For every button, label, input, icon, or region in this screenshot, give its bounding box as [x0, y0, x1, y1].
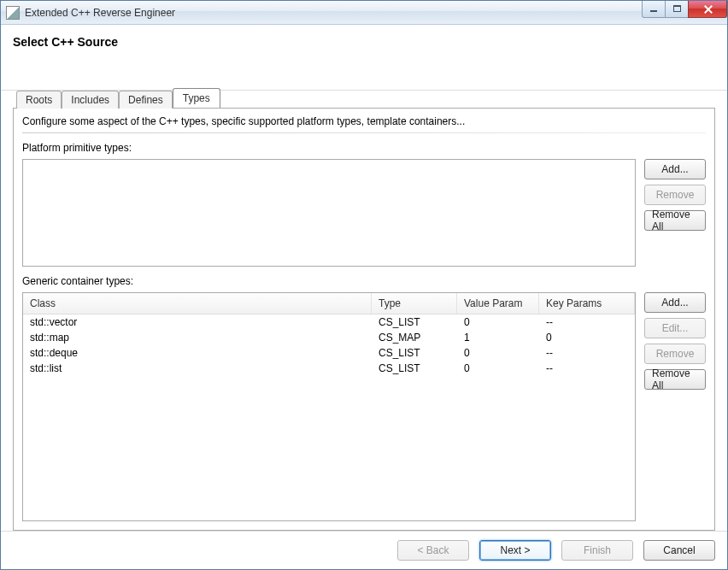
col-header-value-param[interactable]: Value Param	[457, 293, 539, 314]
panel-description: Configure some aspect of the C++ types, …	[22, 115, 706, 127]
dialog-window: Extended C++ Reverse Engineer Select C++…	[0, 0, 728, 570]
window-controls	[643, 1, 727, 18]
cell-key-params: --	[539, 361, 635, 376]
tab-defines[interactable]: Defines	[119, 91, 173, 109]
cell-value-param: 0	[457, 361, 539, 376]
container-types-table[interactable]: Class Type Value Param Key Params std::v…	[22, 292, 636, 521]
col-header-key-params[interactable]: Key Params	[539, 293, 635, 314]
primitive-add-button[interactable]: Add...	[644, 159, 706, 179]
finish-button: Finish	[561, 540, 633, 561]
table-body: std::vectorCS_LIST0--std::mapCS_MAP10std…	[23, 314, 635, 376]
primitive-types-label: Platform primitive types:	[22, 142, 706, 154]
col-header-type[interactable]: Type	[372, 293, 457, 314]
app-icon	[6, 6, 20, 20]
next-button[interactable]: Next >	[479, 540, 551, 561]
container-types-label: Generic container types:	[22, 275, 706, 287]
tab-types[interactable]: Types	[173, 88, 220, 108]
cell-value-param: 0	[457, 314, 539, 330]
primitive-types-buttons: Add... Remove Remove All	[644, 159, 706, 267]
primitive-types-row: Add... Remove Remove All	[22, 159, 706, 267]
cell-type: CS_LIST	[372, 361, 457, 376]
cell-class: std::deque	[23, 345, 372, 361]
primitive-types-listbox[interactable]	[22, 159, 636, 267]
cell-class: std::list	[23, 361, 372, 376]
window-title: Extended C++ Reverse Engineer	[25, 7, 643, 19]
cell-type: CS_LIST	[372, 314, 457, 330]
container-types-buttons: Add... Edit... Remove Remove All	[644, 292, 706, 521]
maximize-button[interactable]	[665, 1, 689, 18]
cell-key-params: 0	[539, 330, 635, 345]
tab-roots[interactable]: Roots	[16, 91, 62, 109]
table-row[interactable]: std::dequeCS_LIST0--	[23, 345, 635, 361]
cell-type: CS_LIST	[372, 345, 457, 361]
close-button[interactable]	[688, 1, 727, 18]
container-edit-button: Edit...	[644, 318, 706, 338]
page-title: Select C++ Source	[13, 35, 715, 49]
container-add-button[interactable]: Add...	[644, 292, 706, 313]
container-remove-button: Remove	[644, 344, 706, 364]
table-header: Class Type Value Param Key Params	[23, 293, 635, 314]
cell-class: std::vector	[23, 314, 372, 330]
minimize-button[interactable]	[642, 1, 666, 18]
cell-key-params: --	[539, 345, 635, 361]
container-types-row: Class Type Value Param Key Params std::v…	[22, 292, 706, 521]
primitive-removeall-button[interactable]: Remove All	[644, 210, 706, 231]
tab-strip: Roots Includes Defines Types	[13, 88, 715, 108]
cell-value-param: 0	[457, 345, 539, 361]
titlebar[interactable]: Extended C++ Reverse Engineer	[1, 1, 727, 25]
wizard-footer: < Back Next > Finish Cancel	[1, 531, 727, 569]
table-row[interactable]: std::vectorCS_LIST0--	[23, 314, 635, 330]
table-row[interactable]: std::mapCS_MAP10	[23, 330, 635, 345]
cell-value-param: 1	[457, 330, 539, 345]
cancel-button[interactable]: Cancel	[643, 540, 715, 561]
col-header-class[interactable]: Class	[23, 293, 372, 314]
divider	[22, 132, 706, 133]
primitive-remove-button: Remove	[644, 185, 706, 205]
back-button: < Back	[397, 540, 469, 561]
wizard-header: Select C++ Source	[1, 25, 727, 91]
cell-key-params: --	[539, 314, 635, 330]
cell-class: std::map	[23, 330, 372, 345]
tab-includes[interactable]: Includes	[62, 91, 119, 109]
types-panel: Configure some aspect of the C++ types, …	[13, 108, 715, 531]
content-area: Roots Includes Defines Types Configure s…	[1, 91, 727, 531]
container-removeall-button[interactable]: Remove All	[644, 369, 706, 390]
cell-type: CS_MAP	[372, 330, 457, 345]
table-row[interactable]: std::listCS_LIST0--	[23, 361, 635, 376]
